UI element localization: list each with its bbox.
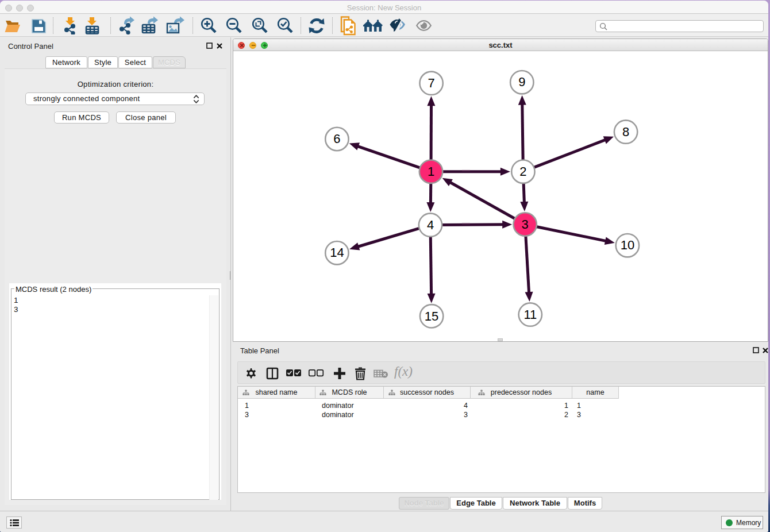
svg-text:7: 7 [428,76,434,90]
svg-text:2: 2 [519,164,526,179]
svg-text:1: 1 [428,164,434,179]
svg-text:10: 10 [621,238,634,252]
svg-text:8: 8 [622,125,629,139]
svg-text:3: 3 [522,217,529,232]
svg-text:14: 14 [330,245,344,260]
svg-text:11: 11 [523,307,537,322]
svg-text:15: 15 [425,309,438,323]
svg-text:4: 4 [427,218,434,232]
svg-text:6: 6 [333,132,340,146]
svg-text:9: 9 [518,75,525,89]
